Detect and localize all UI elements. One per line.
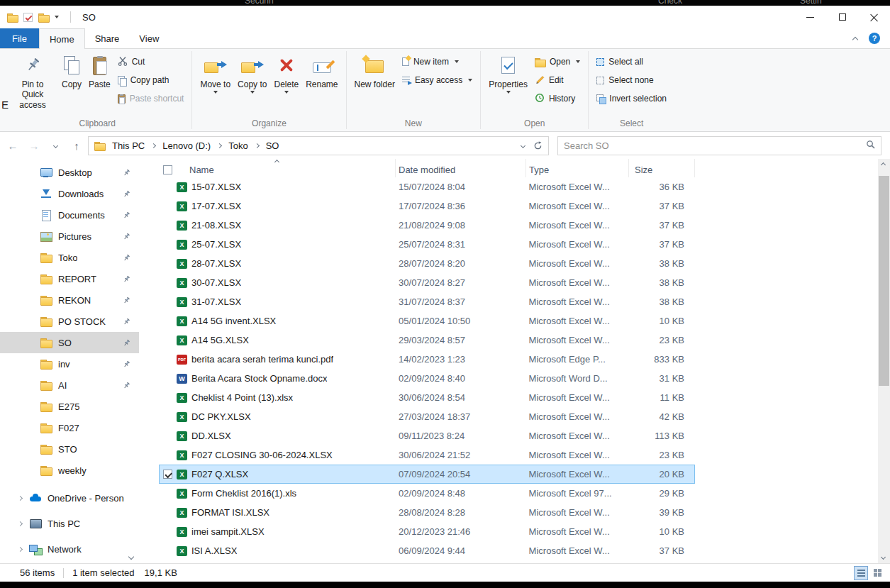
file-row[interactable]: 17-07.XLSX 17/07/2024 8:36 Microsoft Exc… xyxy=(159,196,695,216)
thumbnail-view-button[interactable] xyxy=(870,566,884,580)
help-icon[interactable]: ? xyxy=(869,33,880,44)
file-row[interactable]: imei sampit.XLSX 20/12/2023 21:46 Micros… xyxy=(159,522,695,541)
sidebar-item[interactable]: AI xyxy=(0,375,139,396)
file-row[interactable]: FORMAT ISI.XLSX 28/08/2024 8:28 Microsof… xyxy=(159,503,695,522)
sidebar-item[interactable]: Toko xyxy=(0,247,139,268)
file-row[interactable]: A14 5G.XLSX 29/03/2024 8:57 Microsoft Ex… xyxy=(159,331,695,350)
search-input[interactable] xyxy=(564,140,866,151)
column-header-modified[interactable]: Date modified xyxy=(396,159,526,177)
file-row[interactable]: 21-08.XLSX 21/08/2024 9:08 Microsoft Exc… xyxy=(159,216,695,235)
forward-button[interactable] xyxy=(24,135,44,155)
sidebar-item[interactable]: REPORT xyxy=(0,268,139,289)
file-row[interactable]: 30-07.XLSX 30/07/2024 8:27 Microsoft Exc… xyxy=(159,273,695,292)
vertical-scrollbar[interactable] xyxy=(878,159,890,563)
open-button[interactable]: Open xyxy=(531,53,584,70)
column-header-size[interactable]: Size xyxy=(629,159,695,177)
paste-shortcut-button[interactable]: Paste shortcut xyxy=(114,90,188,107)
easy-access-button[interactable]: Easy access xyxy=(399,72,476,89)
sidebar-item[interactable]: E275 xyxy=(0,396,139,417)
new-folder-button[interactable]: New folder xyxy=(351,50,399,118)
expand-chevron-icon[interactable] xyxy=(18,495,23,500)
sidebar-item[interactable]: F027 xyxy=(0,417,139,438)
expand-chevron-icon[interactable] xyxy=(18,546,23,551)
file-row[interactable]: ISI A.XLSX 06/09/2024 9:44 Microsoft Exc… xyxy=(159,541,695,560)
expand-chevron-icon[interactable] xyxy=(18,521,23,526)
qat-customize-dropdown-icon[interactable] xyxy=(55,16,59,18)
file-row[interactable]: 25-07.XLSX 25/07/2024 8:31 Microsoft Exc… xyxy=(159,235,695,254)
minimize-button[interactable] xyxy=(794,6,826,28)
file-row[interactable]: Berita Acara Stock Opname.docx 02/09/202… xyxy=(159,369,695,388)
file-row[interactable]: DD.XLSX 09/11/2023 8:24 Microsoft Excel … xyxy=(159,426,695,445)
sidebar-item[interactable]: PO STOCK xyxy=(0,311,139,332)
sidebar-root-item[interactable]: This PC xyxy=(0,511,139,536)
file-row[interactable]: DC PKY.XLSX 27/03/2024 18:37 Microsoft E… xyxy=(159,407,695,426)
properties-button[interactable]: Properties xyxy=(485,50,531,118)
file-row[interactable]: 15-07.XLSX 15/07/2024 8:04 Microsoft Exc… xyxy=(159,177,695,196)
select-none-button[interactable]: Select none xyxy=(593,72,670,89)
details-view-button[interactable] xyxy=(854,566,868,580)
search-icon[interactable] xyxy=(866,140,875,151)
sidebar-root-item[interactable]: Network xyxy=(0,536,139,562)
sidebar-item[interactable]: Desktop xyxy=(0,162,139,183)
tab-view[interactable]: View xyxy=(129,28,169,48)
tab-file[interactable]: File xyxy=(0,28,39,48)
select-all-checkbox[interactable] xyxy=(163,165,172,174)
file-row[interactable]: 31-07.XLSX 31/07/2024 8:37 Microsoft Exc… xyxy=(159,292,695,311)
minimize-ribbon-icon[interactable] xyxy=(852,36,858,42)
row-checkbox[interactable] xyxy=(163,470,172,479)
sidebar-item[interactable]: inv xyxy=(0,353,139,375)
select-all-button[interactable]: Select all xyxy=(593,53,670,70)
sidebar-item[interactable]: STO xyxy=(0,438,139,460)
back-button[interactable] xyxy=(3,135,23,155)
file-modified: 06/09/2024 9:44 xyxy=(396,545,526,556)
invert-selection-button[interactable]: Invert selection xyxy=(593,90,670,107)
address-bar[interactable]: This PC Lenovo (D:) Toko xyxy=(88,136,549,155)
pin-to-quick-access-button[interactable]: Pin to Quick access xyxy=(7,50,58,118)
paste-button[interactable]: Paste xyxy=(85,50,114,118)
file-row[interactable]: 28-07.XLSX 28/07/2024 8:20 Microsoft Exc… xyxy=(159,254,695,273)
selection-count: 1 item selected xyxy=(72,567,134,578)
rename-button[interactable]: Rename xyxy=(302,50,341,118)
up-button[interactable] xyxy=(67,135,87,155)
search-box[interactable] xyxy=(557,136,881,155)
maximize-button[interactable] xyxy=(826,6,858,28)
copy-path-button[interactable]: Copy path xyxy=(114,72,188,89)
edit-button[interactable]: Edit xyxy=(531,72,584,89)
file-row[interactable]: Cheklist 4 Point (13).xlsx 30/06/2024 8:… xyxy=(159,388,695,407)
breadcrumb-segment[interactable]: Toko xyxy=(227,140,264,151)
file-row[interactable]: Form Cheklist 2016(1).xls 02/09/2024 8:4… xyxy=(159,484,695,503)
file-row[interactable]: F027 Q.XLSX 07/09/2024 20:54 Microsoft E… xyxy=(159,465,695,484)
sidebar-item[interactable]: Pictures xyxy=(0,226,139,247)
tab-home[interactable]: Home xyxy=(39,28,85,49)
cut-button[interactable]: Cut xyxy=(114,53,188,70)
delete-button[interactable]: Delete xyxy=(270,50,302,118)
scroll-down-icon[interactable] xyxy=(881,555,886,560)
move-to-button[interactable]: Move to xyxy=(196,50,234,118)
scrollbar-thumb[interactable] xyxy=(879,176,889,386)
copy-button[interactable]: Copy xyxy=(58,50,85,118)
scroll-up-icon[interactable] xyxy=(881,162,886,167)
qat-properties-icon[interactable] xyxy=(23,13,33,22)
address-dropdown-icon[interactable] xyxy=(516,144,530,148)
file-row[interactable]: berita acara serah terima kunci.pdf 14/0… xyxy=(159,350,695,369)
sidebar-item[interactable]: SO xyxy=(0,332,139,353)
sidebar-root-item[interactable]: OneDrive - Person xyxy=(0,485,139,511)
breadcrumb-segment[interactable]: Lenovo (D:) xyxy=(161,140,227,151)
sidebar-item[interactable]: Downloads xyxy=(0,183,139,204)
file-row[interactable]: F027 CLOSING 30-06-2024.XLSX 30/06/2024 … xyxy=(159,445,695,465)
qat-new-folder-icon[interactable] xyxy=(38,13,49,21)
refresh-icon[interactable] xyxy=(530,141,545,150)
file-row[interactable]: A14 5G invent.XLSX 05/01/2024 10:50 Micr… xyxy=(159,311,695,331)
breadcrumb-segment[interactable]: SO xyxy=(265,140,281,151)
column-header-type[interactable]: Type xyxy=(526,159,629,177)
close-button[interactable] xyxy=(858,6,890,28)
tab-share[interactable]: Share xyxy=(85,28,130,48)
sidebar-item[interactable]: Documents xyxy=(0,204,139,226)
sidebar-item[interactable]: weekly xyxy=(0,460,139,481)
breadcrumb-segment[interactable]: This PC xyxy=(111,140,161,151)
sidebar-item[interactable]: REKON xyxy=(0,289,139,311)
new-item-button[interactable]: New item xyxy=(399,53,476,70)
recent-locations-dropdown[interactable] xyxy=(45,135,65,155)
copy-to-button[interactable]: Copy to xyxy=(234,50,270,118)
history-button[interactable]: History xyxy=(531,90,584,107)
